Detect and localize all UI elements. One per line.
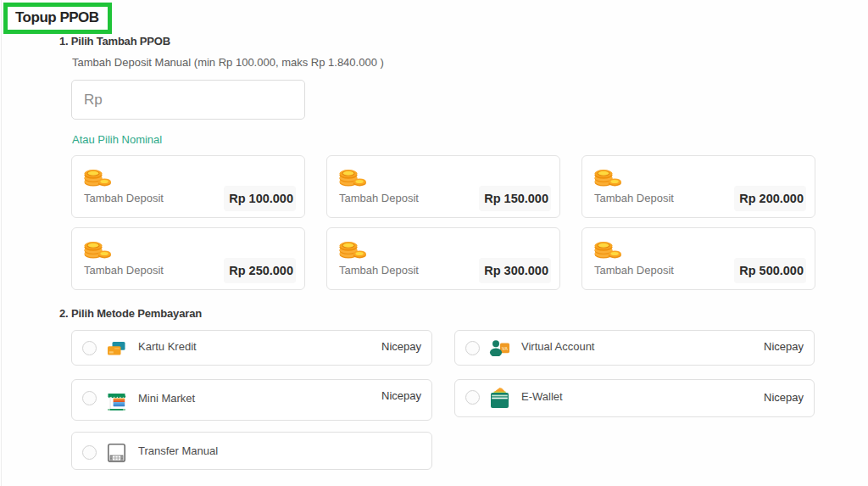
svg-text:VA: VA bbox=[502, 346, 508, 351]
